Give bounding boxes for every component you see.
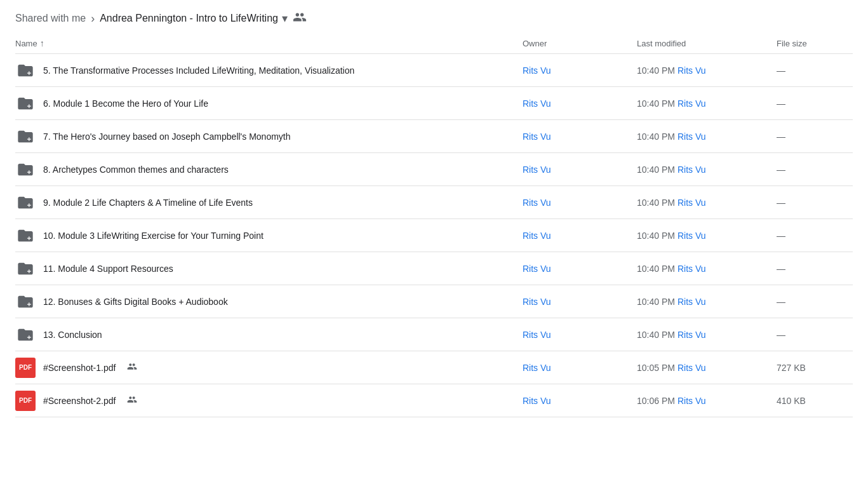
modified-user[interactable]: Rits Vu: [678, 297, 706, 307]
cell-owner[interactable]: Rits Vu: [523, 65, 637, 76]
cell-name: 11. Module 4 Support Resources: [15, 253, 523, 284]
cell-name: 10. Module 3 LifeWriting Exercise for Yo…: [15, 220, 523, 251]
modified-user[interactable]: Rits Vu: [678, 231, 706, 241]
cell-modified: 10:06 PM Rits Vu: [637, 396, 777, 406]
cell-modified: 10:40 PM Rits Vu: [637, 198, 777, 208]
table-row[interactable]: PDF #Screenshot-2.pdf Rits Vu 10:06 PM R…: [15, 384, 853, 417]
column-header-name[interactable]: Name ↑: [15, 38, 523, 48]
file-table: Name ↑ Owner Last modified File size 5. …: [0, 33, 868, 417]
breadcrumb-separator: ›: [91, 12, 95, 25]
modified-time: 10:05 PM: [637, 363, 675, 373]
cell-size: 410 KB: [777, 396, 853, 406]
cell-owner[interactable]: Rits Vu: [523, 231, 637, 241]
folder-icon: [15, 60, 36, 81]
column-header-owner[interactable]: Owner: [523, 38, 637, 48]
file-name-label: 11. Module 4 Support Resources: [43, 264, 173, 274]
file-name-label: 6. Module 1 Become the Hero of Your Life: [43, 98, 208, 109]
cell-owner[interactable]: Rits Vu: [523, 363, 637, 373]
cell-size: —: [777, 297, 853, 307]
cell-modified: 10:40 PM Rits Vu: [637, 330, 777, 340]
cell-modified: 10:40 PM Rits Vu: [637, 297, 777, 307]
file-name-label: 10. Module 3 LifeWriting Exercise for Yo…: [43, 231, 264, 241]
table-header-row: Name ↑ Owner Last modified File size: [15, 33, 853, 54]
table-row[interactable]: 11. Module 4 Support Resources Rits Vu 1…: [15, 252, 853, 285]
file-name-label: #Screenshot-1.pdf: [43, 363, 116, 373]
cell-size: —: [777, 165, 853, 175]
size-header-label: File size: [777, 39, 807, 48]
breadcrumb-shared-with-me[interactable]: Shared with me: [15, 13, 86, 24]
modified-time: 10:40 PM: [637, 98, 675, 109]
modified-time: 10:40 PM: [637, 297, 675, 307]
pdf-icon: PDF: [15, 391, 36, 411]
table-row[interactable]: PDF #Screenshot-1.pdf Rits Vu 10:05 PM R…: [15, 351, 853, 384]
table-row[interactable]: 7. The Hero's Journey based on Joseph Ca…: [15, 120, 853, 153]
cell-owner[interactable]: Rits Vu: [523, 98, 637, 109]
column-header-size[interactable]: File size: [777, 38, 853, 48]
modified-user[interactable]: Rits Vu: [678, 165, 706, 175]
pdf-icon: PDF: [15, 358, 36, 378]
cell-size: —: [777, 198, 853, 208]
modified-user[interactable]: Rits Vu: [678, 98, 706, 109]
table-row[interactable]: 12. Bonuses & Gifts Digital Books + Audi…: [15, 285, 853, 318]
cell-owner[interactable]: Rits Vu: [523, 165, 637, 175]
shared-icon: [127, 361, 137, 374]
cell-size: —: [777, 98, 853, 109]
modified-user[interactable]: Rits Vu: [678, 198, 706, 208]
modified-header-label: Last modified: [637, 39, 686, 48]
cell-name: 7. The Hero's Journey based on Joseph Ca…: [15, 121, 523, 152]
folder-icon: [15, 126, 36, 147]
folder-icon: [15, 325, 36, 345]
modified-user[interactable]: Rits Vu: [678, 264, 706, 274]
modified-time: 10:40 PM: [637, 131, 675, 142]
table-row[interactable]: 10. Module 3 LifeWriting Exercise for Yo…: [15, 219, 853, 252]
file-name-label: 8. Archetypes Common themes and characte…: [43, 165, 229, 175]
cell-size: —: [777, 65, 853, 76]
cell-name: 5. The Transformative Processes Included…: [15, 55, 523, 86]
cell-owner[interactable]: Rits Vu: [523, 131, 637, 142]
cell-owner[interactable]: Rits Vu: [523, 330, 637, 340]
cell-modified: 10:40 PM Rits Vu: [637, 231, 777, 241]
breadcrumb-folder-name: Andrea Pennington - Intro to LifeWriting: [100, 13, 278, 24]
cell-modified: 10:40 PM Rits Vu: [637, 165, 777, 175]
modified-user[interactable]: Rits Vu: [678, 131, 706, 142]
cell-modified: 10:40 PM Rits Vu: [637, 264, 777, 274]
modified-user[interactable]: Rits Vu: [678, 65, 706, 76]
modified-time: 10:40 PM: [637, 330, 675, 340]
file-name-label: 5. The Transformative Processes Included…: [43, 65, 354, 76]
cell-owner[interactable]: Rits Vu: [523, 264, 637, 274]
cell-owner[interactable]: Rits Vu: [523, 198, 637, 208]
file-name-label: 9. Module 2 Life Chapters & A Timeline o…: [43, 198, 253, 208]
table-row[interactable]: 13. Conclusion Rits Vu 10:40 PM Rits Vu …: [15, 318, 853, 351]
table-row[interactable]: 9. Module 2 Life Chapters & A Timeline o…: [15, 186, 853, 219]
modified-time: 10:40 PM: [637, 65, 675, 76]
file-name-label: 13. Conclusion: [43, 330, 102, 340]
sort-arrow-icon: ↑: [40, 38, 44, 48]
modified-time: 10:40 PM: [637, 198, 675, 208]
table-row[interactable]: 5. The Transformative Processes Included…: [15, 54, 853, 87]
table-body: 5. The Transformative Processes Included…: [15, 54, 853, 417]
cell-name: 6. Module 1 Become the Hero of Your Life: [15, 88, 523, 119]
folder-icon: [15, 192, 36, 213]
name-header-label: Name: [15, 39, 37, 48]
table-row[interactable]: 8. Archetypes Common themes and characte…: [15, 153, 853, 186]
cell-name: 12. Bonuses & Gifts Digital Books + Audi…: [15, 286, 523, 317]
table-row[interactable]: 6. Module 1 Become the Hero of Your Life…: [15, 87, 853, 120]
shared-users-icon[interactable]: [293, 10, 307, 27]
modified-time: 10:40 PM: [637, 264, 675, 274]
modified-user[interactable]: Rits Vu: [678, 396, 706, 406]
cell-owner[interactable]: Rits Vu: [523, 297, 637, 307]
breadcrumb: Shared with me › Andrea Pennington - Int…: [0, 0, 868, 33]
breadcrumb-dropdown-icon[interactable]: ▾: [282, 11, 288, 25]
cell-owner[interactable]: Rits Vu: [523, 396, 637, 406]
file-name-label: #Screenshot-2.pdf: [43, 396, 116, 406]
modified-user[interactable]: Rits Vu: [678, 363, 706, 373]
folder-icon: [15, 225, 36, 246]
cell-name: PDF #Screenshot-1.pdf: [15, 353, 523, 383]
cell-size: —: [777, 131, 853, 142]
cell-name: 8. Archetypes Common themes and characte…: [15, 154, 523, 185]
modified-user[interactable]: Rits Vu: [678, 330, 706, 340]
cell-modified: 10:05 PM Rits Vu: [637, 363, 777, 373]
owner-header-label: Owner: [523, 39, 547, 48]
column-header-modified[interactable]: Last modified: [637, 38, 777, 48]
cell-modified: 10:40 PM Rits Vu: [637, 131, 777, 142]
